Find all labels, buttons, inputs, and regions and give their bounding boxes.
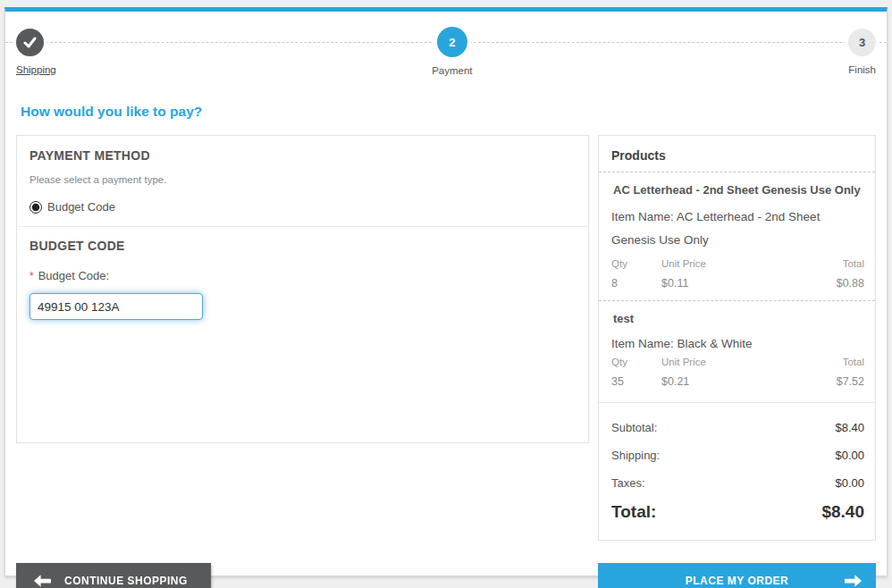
unit-price-header: Unit Price [661,357,837,367]
budget-code-field-label: *Budget Code: [29,269,576,282]
subtotal-row: Subtotal: $8.40 [611,407,864,434]
budget-code-radio-label: Budget Code [47,200,115,214]
step-finish-number: 3 [859,36,865,49]
place-order-button[interactable]: PLACE MY ORDER [598,563,876,588]
subtotal-value: $8.40 [835,421,864,434]
total-row: Total: $8.40 [611,490,864,536]
dashed-divider [599,300,875,301]
continue-shopping-label: CONTINUE SHOPPING [64,575,188,587]
product-item: AC Letterhead - 2nd Sheet Genesis Use On… [611,183,864,290]
step-finish-label: Finish [848,64,876,75]
step-shipping-label[interactable]: Shipping [16,64,56,75]
payment-method-title: PAYMENT METHOD [29,148,576,163]
footer-actions: CONTINUE SHOPPING PLACE MY ORDER [16,563,876,588]
step-payment-number: 2 [449,36,455,49]
section-divider [17,226,588,227]
check-icon [23,37,37,48]
total-value: $7.52 [837,375,864,388]
product-item: test Item Name: Black & White Qty Unit P… [611,312,864,388]
payment-option-budget-code[interactable]: Budget Code [29,200,576,214]
taxes-row: Taxes: $0.00 [611,462,864,490]
totals-divider [599,402,875,403]
qty-header: Qty [611,357,661,367]
product-item-name: Item Name: Black & White [611,337,864,350]
page-title: How would you like to pay? [21,104,871,120]
checkout-stepper: Shipping 2 Payment 3 Finish [16,12,876,79]
unit-price-value: $0.21 [661,375,837,388]
continue-shopping-button[interactable]: CONTINUE SHOPPING [16,563,211,588]
budget-code-label-text: Budget Code: [38,269,110,282]
step-payment-label: Payment [432,65,472,76]
product-item-name: Item Name: AC Letterhead - 2nd Sheet Gen… [611,206,864,252]
place-order-label: PLACE MY ORDER [686,575,788,587]
unit-price-value: $0.11 [661,277,837,290]
taxes-value: $0.00 [835,476,864,490]
product-title: AC Letterhead - 2nd Sheet Genesis Use On… [611,183,864,197]
budget-code-radio[interactable] [29,201,42,214]
shipping-row: Shipping: $0.00 [611,434,864,462]
qty-value: 8 [611,277,661,290]
total-header: Total [837,258,864,269]
qty-header: Qty [611,258,661,269]
dashed-divider [599,172,875,172]
total-header: Total [837,357,864,367]
checkout-card: Shipping 2 Payment 3 Finish How would yo… [4,7,888,576]
step-payment-circle: 2 [437,27,467,57]
step-finish-circle: 3 [848,29,876,56]
unit-price-header: Unit Price [661,258,837,269]
subtotal-label: Subtotal: [611,421,657,434]
shipping-label: Shipping: [611,449,660,462]
budget-code-input[interactable] [29,293,203,320]
taxes-label: Taxes: [611,476,645,490]
shipping-value: $0.00 [835,449,864,462]
payment-method-box: PAYMENT METHOD Please select a payment t… [16,135,589,443]
total-value: $0.88 [837,277,864,290]
total-label: Total: [611,502,656,522]
qty-value: 35 [611,375,661,388]
step-shipping-circle[interactable] [16,29,44,56]
arrow-right-icon [845,575,862,587]
arrow-left-icon [34,575,51,587]
products-title: Products [611,148,864,163]
required-asterisk: * [29,270,34,282]
step-finish: 3 Finish [848,29,876,76]
products-panel: Products AC Letterhead - 2nd Sheet Genes… [598,135,876,541]
step-payment: 2 Payment [432,29,472,76]
product-price-table: Qty Unit Price Total 35 $0.21 $7.52 [611,357,864,388]
product-title: test [611,312,864,325]
product-price-table: Qty Unit Price Total 8 $0.11 $0.88 [611,258,864,290]
total-value-grand: $8.40 [821,502,864,522]
step-shipping: Shipping [16,29,56,76]
payment-method-hint: Please select a payment type. [29,174,576,185]
budget-code-title: BUDGET CODE [29,239,576,253]
